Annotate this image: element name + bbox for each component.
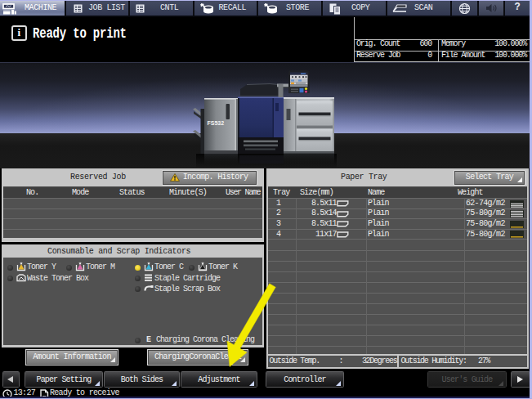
- svg-text:FS532: FS532: [208, 120, 225, 126]
